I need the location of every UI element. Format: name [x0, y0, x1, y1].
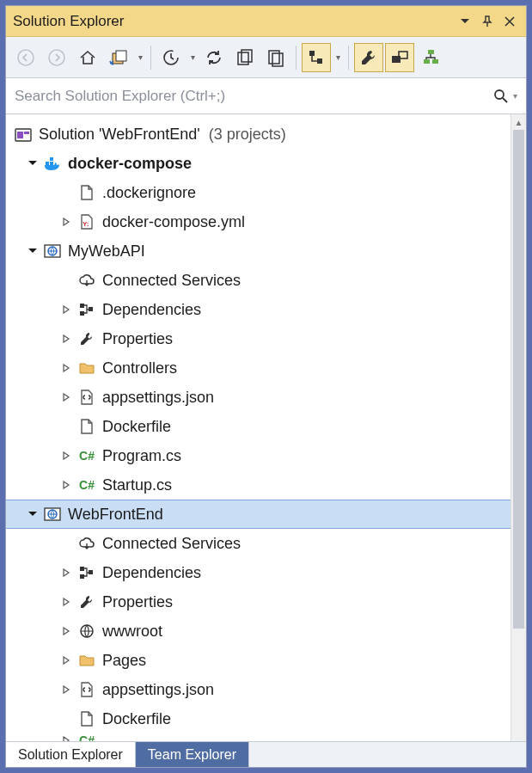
nav-forward-button[interactable] [42, 43, 71, 72]
nav-back-button[interactable] [11, 43, 40, 72]
file-docker-compose-yml[interactable]: Y: docker-compose.yml [6, 207, 511, 236]
docker-icon [42, 153, 63, 174]
toolbar-separator [296, 46, 297, 70]
expand-arrow-icon[interactable] [58, 389, 75, 406]
node-label: Dependencies [102, 564, 201, 582]
folder-wwwroot[interactable]: wwwroot [6, 617, 511, 646]
expand-arrow-icon[interactable] [58, 213, 75, 230]
file-icon [76, 709, 97, 729]
node-connected-services[interactable]: Connected Services [6, 266, 511, 295]
expand-arrow-icon[interactable] [58, 330, 75, 347]
node-label: WebFrontEnd [68, 506, 163, 524]
svg-rect-31 [80, 567, 84, 571]
csharp-icon: C# [76, 733, 97, 741]
toolbar-separator [150, 46, 151, 70]
expand-arrow-icon[interactable] [58, 733, 75, 741]
expand-arrow-icon[interactable] [58, 652, 75, 669]
json-icon [76, 387, 97, 408]
folder-pages[interactable]: Pages [6, 646, 511, 675]
scrollbar[interactable]: ▲ [511, 114, 526, 741]
preview-button[interactable] [385, 43, 414, 72]
expand-arrow-icon[interactable] [58, 564, 75, 581]
node-label: Connected Services [102, 535, 241, 553]
file-appsettings[interactable]: appsettings.json [6, 383, 511, 412]
properties-button[interactable] [354, 43, 383, 72]
web-project-icon [42, 241, 63, 261]
node-label: Startup.cs [102, 476, 172, 494]
cloud-icon [76, 270, 97, 291]
solution-tree[interactable]: Solution 'WebFrontEnd' (3 projects) dock… [6, 114, 511, 741]
project-mywebapi[interactable]: MyWebAPI [6, 236, 511, 266]
tree-view-dropdown[interactable]: ▾ [333, 52, 343, 62]
scroll-thumb[interactable] [513, 130, 524, 629]
file-cutoff[interactable]: C# [6, 733, 511, 741]
expand-arrow-icon[interactable] [58, 681, 75, 698]
expand-arrow-icon[interactable] [58, 359, 75, 377]
web-project-icon [42, 504, 63, 525]
search-input[interactable] [15, 88, 492, 105]
node-label: Properties [102, 330, 173, 348]
tab-team-explorer[interactable]: Team Explorer [136, 742, 249, 767]
tab-label: Solution Explorer [18, 747, 123, 763]
svg-rect-10 [317, 58, 322, 64]
sync-button[interactable] [199, 43, 229, 72]
file-startup-cs[interactable]: C# Startup.cs [6, 470, 511, 500]
class-view-button[interactable] [416, 43, 445, 72]
node-label: wwwroot [102, 623, 162, 641]
csharp-icon: C# [76, 445, 97, 466]
close-icon[interactable] [500, 12, 519, 31]
switch-views-button[interactable] [104, 43, 133, 72]
node-label: appsettings.json [102, 681, 214, 699]
svg-rect-27 [80, 311, 84, 316]
file-dockerfile[interactable]: Dockerfile [6, 704, 511, 733]
file-program-cs[interactable]: C# Program.cs [6, 441, 511, 470]
solution-icon [13, 124, 34, 144]
tab-label: Team Explorer [148, 747, 236, 763]
node-properties[interactable]: Properties [6, 324, 511, 353]
expand-arrow-icon[interactable] [58, 447, 75, 464]
window-dropdown-icon[interactable] [456, 12, 474, 31]
tab-solution-explorer[interactable]: Solution Explorer [6, 742, 136, 767]
expand-arrow-icon[interactable] [58, 476, 75, 494]
node-connected-services[interactable]: Connected Services [6, 529, 511, 558]
file-icon [76, 416, 97, 437]
project-webfrontend[interactable]: WebFrontEnd [6, 500, 511, 529]
node-label: .dockerignore [102, 184, 196, 202]
home-button[interactable] [73, 43, 102, 72]
file-dockerfile[interactable]: Dockerfile [6, 412, 511, 441]
expand-arrow-icon[interactable] [58, 593, 75, 610]
svg-rect-9 [309, 51, 315, 56]
expand-arrow-icon[interactable] [58, 623, 75, 640]
tree-view-toggle[interactable] [302, 43, 331, 72]
node-properties[interactable]: Properties [6, 587, 511, 617]
toolbar-separator [348, 46, 349, 70]
expand-arrow-icon[interactable] [23, 155, 40, 172]
node-dependencies[interactable]: Dependencies [6, 558, 511, 587]
expand-arrow-icon[interactable] [23, 506, 40, 523]
svg-rect-15 [432, 59, 438, 64]
svg-rect-33 [89, 570, 93, 574]
node-label: Dockerfile [102, 710, 171, 728]
bottom-tabs: Solution Explorer Team Explorer [6, 741, 526, 767]
expand-arrow-icon[interactable] [23, 242, 40, 260]
json-icon [76, 679, 97, 700]
svg-rect-19 [24, 132, 29, 134]
svg-rect-14 [424, 59, 430, 64]
cloud-icon [76, 533, 97, 554]
solution-node[interactable]: Solution 'WebFrontEnd' (3 projects) [6, 120, 511, 149]
file-dockerignore[interactable]: .dockerignore [6, 178, 511, 207]
project-docker-compose[interactable]: docker-compose [6, 149, 511, 178]
node-dependencies[interactable]: Dependencies [6, 295, 511, 324]
pin-icon[interactable] [478, 12, 497, 31]
switch-views-dropdown[interactable]: ▾ [135, 52, 145, 62]
file-appsettings[interactable]: appsettings.json [6, 675, 511, 704]
scroll-up-icon[interactable]: ▲ [511, 114, 526, 130]
search-icon[interactable]: ▾ [492, 88, 517, 105]
dependencies-icon [76, 299, 97, 320]
expand-arrow-icon[interactable] [58, 301, 75, 318]
pending-changes-button[interactable] [156, 43, 186, 72]
collapse-all-button[interactable] [230, 43, 260, 72]
folder-controllers[interactable]: Controllers [6, 353, 511, 383]
show-all-files-button[interactable] [261, 43, 290, 72]
pending-changes-dropdown[interactable]: ▾ [187, 52, 198, 62]
